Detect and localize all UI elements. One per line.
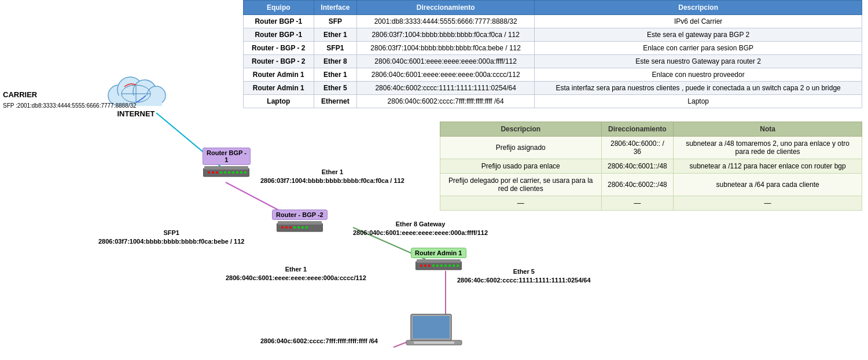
svg-point-22 bbox=[236, 171, 238, 174]
svg-point-21 bbox=[232, 171, 234, 174]
svg-point-38 bbox=[428, 265, 431, 267]
carrier-text: CARRIER bbox=[3, 90, 37, 99]
svg-point-24 bbox=[244, 171, 247, 174]
table-row: Prefijo usado para enlace2806:40c:6001::… bbox=[440, 159, 862, 174]
svg-rect-14 bbox=[204, 166, 248, 170]
network-diagram: INTERNET CARRIER SFP :2001:db8:3333:4444… bbox=[0, 0, 463, 360]
carrier-label: CARRIER SFP :2001:db8:3333:4444:5555:666… bbox=[3, 90, 137, 111]
table-cell: Enlace con nuestro proveedor bbox=[535, 68, 862, 82]
svg-point-20 bbox=[228, 171, 230, 174]
svg-point-15 bbox=[208, 171, 210, 174]
svg-rect-35 bbox=[417, 259, 461, 263]
svg-point-23 bbox=[240, 171, 242, 174]
second-table-container: Descripcion Direccionamiento Nota Prefij… bbox=[440, 122, 862, 211]
table-cell: subnetear a /112 para hacer enlace con r… bbox=[674, 159, 862, 174]
svg-point-28 bbox=[285, 226, 288, 229]
laptop-svg bbox=[405, 311, 463, 352]
svg-point-43 bbox=[448, 265, 451, 267]
svg-point-41 bbox=[440, 265, 443, 267]
table-cell: subnetear a /64 para cada cliente bbox=[674, 174, 862, 196]
router-admin1-label: Router Admin 1 bbox=[411, 248, 466, 258]
router-bgp2: Router - BGP -2 bbox=[272, 210, 328, 234]
table-cell: subnetear a /48 tomaremos 2, uno para en… bbox=[674, 137, 862, 159]
laptop-icon bbox=[405, 311, 463, 354]
svg-point-39 bbox=[432, 265, 435, 267]
table-cell: Prefijo usado para enlace bbox=[440, 159, 602, 174]
ether8-label: Ether 8 Gateway 2806:040c:6001:eeee:eeee… bbox=[353, 220, 488, 238]
table-cell: 2806:40c:6001::/48 bbox=[601, 159, 674, 174]
svg-point-42 bbox=[444, 265, 447, 267]
svg-point-29 bbox=[289, 226, 292, 229]
ether1-label-bgp1: Ether 1 2806:03f7:1004:bbbb:bbbb:bbbb:f0… bbox=[260, 168, 404, 186]
table-cell: Enlace con carrier para sesion BGP bbox=[535, 42, 862, 55]
second-table: Descripcion Direccionamiento Nota Prefij… bbox=[440, 122, 862, 211]
svg-point-32 bbox=[301, 226, 304, 229]
col-header-descripcion: Descripcion bbox=[535, 1, 862, 15]
router-admin1-icon bbox=[415, 259, 462, 272]
table-cell: Prefijo delegado por el carrier, se usar… bbox=[440, 174, 602, 196]
col2-header-nota: Nota bbox=[674, 122, 862, 137]
ether5-label: Ether 5 2806:40c:6002:cccc:1111:1111:111… bbox=[457, 267, 591, 285]
router-bgp2-icon bbox=[277, 221, 323, 234]
table-cell: — bbox=[601, 196, 674, 211]
router-bgp1-label: Router BGP -1 bbox=[203, 148, 251, 165]
table-cell: Este sera el gateway para BGP 2 bbox=[535, 28, 862, 42]
svg-point-27 bbox=[281, 226, 284, 229]
svg-point-31 bbox=[297, 226, 300, 229]
table-cell: 2806:40c:6002::/48 bbox=[601, 174, 674, 196]
svg-point-33 bbox=[306, 226, 308, 229]
svg-rect-49 bbox=[414, 341, 454, 344]
svg-point-16 bbox=[212, 171, 214, 174]
svg-point-44 bbox=[453, 265, 455, 267]
table-cell: Laptop bbox=[535, 95, 862, 108]
carrier-sfp: SFP :2001:db8:3333:4444:5555:6666:7777:8… bbox=[3, 102, 137, 109]
table-cell: IPv6 del Carrier bbox=[535, 15, 862, 28]
svg-point-30 bbox=[293, 226, 296, 229]
ether1-label-admin: Ether 1 2806:040c:6001:eeee:eeee:eeee:00… bbox=[226, 265, 366, 283]
router-bgp2-label: Router - BGP -2 bbox=[272, 210, 328, 220]
table-cell: Esta interfaz sera para nuestros cliente… bbox=[535, 82, 862, 95]
table-row: Prefijo delegado por el carrier, se usar… bbox=[440, 174, 862, 196]
table-cell: Este sera nuestro Gateway para router 2 bbox=[535, 55, 862, 68]
svg-point-17 bbox=[216, 171, 218, 174]
col2-header-desc: Descripcion bbox=[440, 122, 602, 137]
svg-point-45 bbox=[457, 265, 459, 267]
svg-rect-47 bbox=[413, 316, 450, 339]
table-cell: — bbox=[674, 196, 862, 211]
router-bgp1-icon bbox=[203, 166, 249, 179]
svg-point-19 bbox=[224, 171, 226, 174]
table-cell: 2806:40c:6000:: / 36 bbox=[601, 137, 674, 159]
svg-point-37 bbox=[424, 265, 426, 267]
sfp1-label: SFP1 2806:03f7:1004:bbbb:bbbb:bbbb:f0ca:… bbox=[98, 229, 244, 247]
svg-point-40 bbox=[436, 265, 439, 267]
table-cell: — bbox=[440, 196, 602, 211]
table-row: ——— bbox=[440, 196, 862, 211]
laptop-addr-label: 2806:040c:6002:cccc:7fff:ffff:ffff:ffff … bbox=[260, 337, 378, 346]
svg-point-18 bbox=[220, 171, 222, 174]
router-bgp1: Router BGP -1 bbox=[203, 148, 251, 179]
svg-point-36 bbox=[420, 265, 422, 267]
table-row: Prefijo asignado2806:40c:6000:: / 36subn… bbox=[440, 137, 862, 159]
col2-header-dir: Direccionamiento bbox=[601, 122, 674, 137]
table-cell: Prefijo asignado bbox=[440, 137, 602, 159]
svg-rect-26 bbox=[278, 221, 322, 225]
